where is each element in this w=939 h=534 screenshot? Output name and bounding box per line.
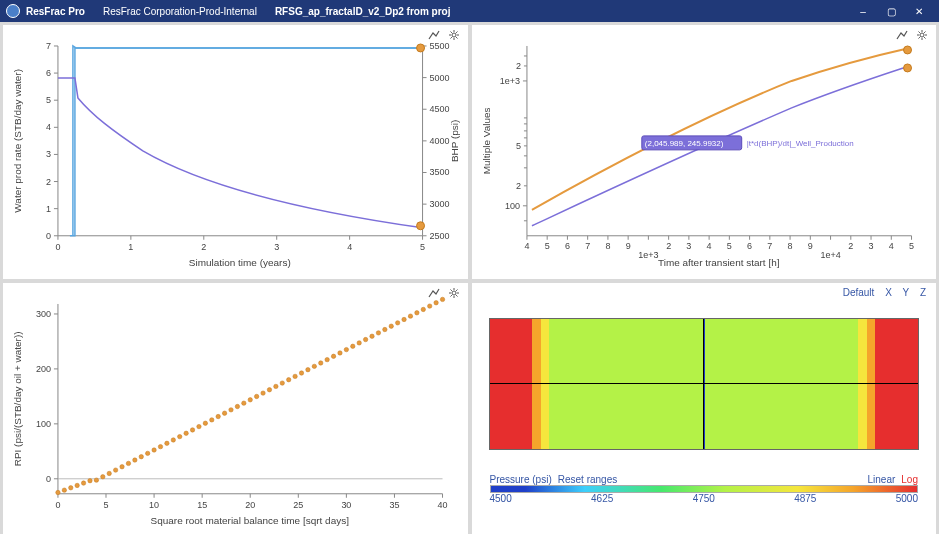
gear-icon[interactable] <box>916 29 928 43</box>
svg-text:5000: 5000 <box>430 73 450 83</box>
svg-point-143 <box>101 474 105 478</box>
pressure-heatmap[interactable] <box>490 319 919 449</box>
svg-text:0: 0 <box>55 242 60 252</box>
svg-point-175 <box>306 367 310 371</box>
svg-point-165 <box>242 401 246 405</box>
svg-text:4000: 4000 <box>430 136 450 146</box>
svg-point-186 <box>376 330 380 334</box>
svg-text:30: 30 <box>341 499 351 509</box>
svg-point-161 <box>216 414 220 418</box>
svg-point-182 <box>351 344 355 348</box>
svg-point-193 <box>421 307 425 311</box>
scale-linear[interactable]: Linear <box>868 474 896 485</box>
svg-text:7: 7 <box>585 241 590 251</box>
svg-point-170 <box>274 384 278 388</box>
svg-point-140 <box>81 481 85 485</box>
trend-icon[interactable] <box>428 29 440 43</box>
series-rpi <box>56 297 445 495</box>
colorbar-tick: 4500 <box>490 493 512 504</box>
svg-point-180 <box>338 350 342 354</box>
svg-text:1e+3: 1e+3 <box>638 250 658 260</box>
svg-point-0 <box>452 33 456 37</box>
svg-text:8: 8 <box>787 241 792 251</box>
view-y[interactable]: Y <box>903 287 910 298</box>
titlebar: ResFrac Pro ResFrac Corporation-Prod-Int… <box>0 0 939 22</box>
svg-point-184 <box>363 337 367 341</box>
svg-text:5: 5 <box>544 241 549 251</box>
panel-transient: 1001e+3252 4567892345678923451e+31e+4 Mu… <box>472 25 937 279</box>
panel-rpi: 0100200300 0510152025303540 RPI (psi/(ST… <box>3 283 468 534</box>
minimize-button[interactable]: – <box>849 0 877 22</box>
close-button[interactable]: ✕ <box>905 0 933 22</box>
y2-axis-label: BHP (psi) <box>449 120 460 162</box>
chart-simulation-time[interactable]: 01234567 2500300035004000450050005500 01… <box>3 25 468 279</box>
svg-point-176 <box>312 364 316 368</box>
svg-text:5: 5 <box>104 499 109 509</box>
svg-point-147 <box>126 461 130 465</box>
pressure-label[interactable]: Pressure (psi) <box>490 474 552 485</box>
svg-text:300: 300 <box>36 309 51 319</box>
svg-text:3: 3 <box>868 241 873 251</box>
svg-point-145 <box>113 468 117 472</box>
svg-text:4: 4 <box>706 241 711 251</box>
svg-text:200: 200 <box>36 364 51 374</box>
app-name: ResFrac Pro <box>26 6 85 17</box>
svg-point-192 <box>415 310 419 314</box>
reset-ranges-link[interactable]: Reset ranges <box>558 474 617 485</box>
svg-text:7: 7 <box>46 41 51 51</box>
svg-text:2500: 2500 <box>430 231 450 241</box>
svg-text:3: 3 <box>686 241 691 251</box>
org-name: ResFrac Corporation-Prod-Internal <box>103 6 257 17</box>
marker-water-end <box>417 44 425 52</box>
scale-log[interactable]: Log <box>901 474 918 485</box>
svg-text:6: 6 <box>564 241 569 251</box>
svg-point-189 <box>395 320 399 324</box>
svg-point-141 <box>88 478 92 482</box>
svg-text:5: 5 <box>726 241 731 251</box>
view-links: Default X Y Z <box>835 287 926 298</box>
colorbar[interactable] <box>490 485 919 493</box>
view-default[interactable]: Default <box>843 287 875 298</box>
svg-text:6: 6 <box>46 68 51 78</box>
svg-point-142 <box>94 478 98 482</box>
svg-point-183 <box>357 340 361 344</box>
marker-purple-end <box>903 64 911 72</box>
crosshair-v <box>703 319 704 449</box>
view-x[interactable]: X <box>885 287 892 298</box>
svg-point-171 <box>280 381 284 385</box>
svg-point-46 <box>920 33 924 37</box>
trend-icon[interactable] <box>896 29 908 43</box>
svg-point-163 <box>229 407 233 411</box>
maximize-button[interactable]: ▢ <box>877 0 905 22</box>
trend-icon[interactable] <box>428 287 440 301</box>
colorbar-tick: 4875 <box>794 493 816 504</box>
svg-point-137 <box>62 488 66 492</box>
svg-text:0: 0 <box>55 499 60 509</box>
gear-icon[interactable] <box>448 287 460 301</box>
svg-point-150 <box>145 451 149 455</box>
colorbar-tick: 4625 <box>591 493 613 504</box>
svg-text:3500: 3500 <box>430 168 450 178</box>
gear-icon[interactable] <box>448 29 460 43</box>
svg-text:4500: 4500 <box>430 104 450 114</box>
svg-point-178 <box>325 357 329 361</box>
svg-text:0: 0 <box>46 231 51 241</box>
svg-text:1e+4: 1e+4 <box>820 250 840 260</box>
chart-rpi[interactable]: 0100200300 0510152025303540 RPI (psi/(ST… <box>3 283 468 534</box>
svg-text:100: 100 <box>504 201 519 211</box>
x-axis-label: Time after transient start [h] <box>657 257 779 268</box>
project-name: RFSG_ap_fractalD_v2_Dp2 from proj <box>275 6 451 17</box>
svg-text:2: 2 <box>515 61 520 71</box>
svg-point-190 <box>402 317 406 321</box>
svg-point-194 <box>428 304 432 308</box>
svg-point-166 <box>248 397 252 401</box>
chart-transient[interactable]: 1001e+3252 4567892345678923451e+31e+4 Mu… <box>472 25 937 279</box>
series-water-rate2 <box>70 48 423 236</box>
svg-point-179 <box>331 354 335 358</box>
view-z[interactable]: Z <box>920 287 926 298</box>
panel-simulation-time: 01234567 2500300035004000450050005500 01… <box>3 25 468 279</box>
series-orange <box>531 48 909 210</box>
svg-point-187 <box>383 327 387 331</box>
svg-point-152 <box>158 444 162 448</box>
svg-point-162 <box>222 411 226 415</box>
